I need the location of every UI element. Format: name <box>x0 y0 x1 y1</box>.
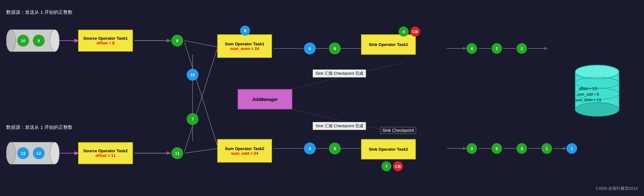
sink2-in1-circle: 9 <box>304 143 316 154</box>
sum2-title: Sum Operator Task2 <box>225 146 264 151</box>
db-info-line1: offset = 3,5 <box>575 86 601 92</box>
sink1-out3-circle: 2 <box>516 43 527 54</box>
barrier10-circle: 10 <box>187 69 199 81</box>
sink2-out1-circle: 3 <box>466 143 477 154</box>
barrier8-circle: 8 <box>171 35 183 47</box>
source1-box: Source Operator Task1 offset = 8 <box>78 30 133 52</box>
sink-report2-box: Sink 汇报 Checkpoint 完成 <box>313 122 366 130</box>
source2-value: offset = 11 <box>95 153 116 158</box>
cyl2-circle2: 12 <box>33 147 45 159</box>
svg-point-33 <box>6 142 16 164</box>
sink1-cb-label: CB <box>410 27 420 37</box>
sink-report1-text: Sink 汇报 Checkpoint 完成 <box>315 71 363 76</box>
cyl2-circle1: 13 <box>17 147 29 159</box>
sink-report2-text: Sink 汇报 Checkpoint 完成 <box>315 123 363 128</box>
sum1-title: Sum Operator Task1 <box>225 42 264 46</box>
sink1-out2-circle: 2 <box>491 43 502 54</box>
footer-text: CSDN @落叶飘雪2014 <box>596 186 638 191</box>
sink1-cb1-circle: 4 <box>399 27 409 37</box>
sink2-out3-circle: 3 <box>516 143 527 154</box>
svg-line-7 <box>184 48 217 152</box>
sink1-box: Sink Operator Task1 <box>361 34 416 55</box>
sink2-out2-circle: 5 <box>491 143 502 154</box>
source1-value: offset = 8 <box>97 41 114 45</box>
db-info-text: offset = 3,5 sum_odd = 8 sum_even = 13 <box>575 86 601 103</box>
svg-line-5 <box>184 42 217 145</box>
sink-report1-box: Sink 汇报 Checkpoint 完成 <box>313 69 366 78</box>
svg-point-34 <box>50 142 59 164</box>
sink1-out1-circle: 4 <box>466 43 477 54</box>
sum2-box: Sum Operator Task2 sum_odd = 34 <box>217 139 272 163</box>
sink2-in2-circle: 5 <box>329 143 341 154</box>
svg-line-6 <box>184 148 217 153</box>
db-info-line3: sum_even = 13 <box>575 97 601 103</box>
source2-title: Source Operator Task2 <box>83 148 128 153</box>
source2-box: Source Operator Task2 offset = 11 <box>78 142 133 164</box>
sum1-value: sum_even = 24 <box>230 46 259 51</box>
sink1-title: Sink Operator Task1 <box>369 42 408 47</box>
cyl1-circle1: 10 <box>17 35 29 47</box>
barrier11-circle: 11 <box>171 147 183 159</box>
svg-line-4 <box>184 41 217 47</box>
jobmanager-label: JobManager <box>252 97 278 102</box>
sink1-in2-circle: 6 <box>329 43 341 54</box>
sum1-box: Sum Operator Task1 sum_even = 24 <box>217 34 272 58</box>
svg-point-30 <box>6 30 16 52</box>
svg-point-36 <box>575 65 619 79</box>
sink2-out4-circle: 1 <box>541 143 552 154</box>
barrier7-circle: 7 <box>187 113 199 125</box>
datasource2-label: 数据源：发送从 1 开始的正整数 <box>6 124 73 130</box>
sink1-in1-circle: 6 <box>304 43 316 54</box>
sink2-out5-circle: 1 <box>566 143 577 154</box>
sink-checkpoint-label: Sink Checkpoint <box>380 127 416 134</box>
sum1-top-circle: 8 <box>240 26 250 36</box>
sink2-cb1-circle: 7 <box>381 161 391 171</box>
svg-point-39 <box>575 103 619 116</box>
datasource1-label: 数据源：发送从 1 开始的正整数 <box>6 9 73 15</box>
cyl1-circle2: 9 <box>33 35 45 47</box>
sum2-value: sum_odd = 34 <box>231 151 258 156</box>
jobmanager-box: JobManager <box>238 89 292 109</box>
db-info-line2: sum_odd = 8 <box>575 92 601 97</box>
sink2-title: Sink Operator Task2 <box>369 147 408 152</box>
svg-point-31 <box>50 30 59 52</box>
sink2-box: Sink Operator Task2 <box>361 139 416 159</box>
sink2-cb-label: CB <box>393 161 403 171</box>
source1-title: Source Operator Task1 <box>83 36 128 41</box>
